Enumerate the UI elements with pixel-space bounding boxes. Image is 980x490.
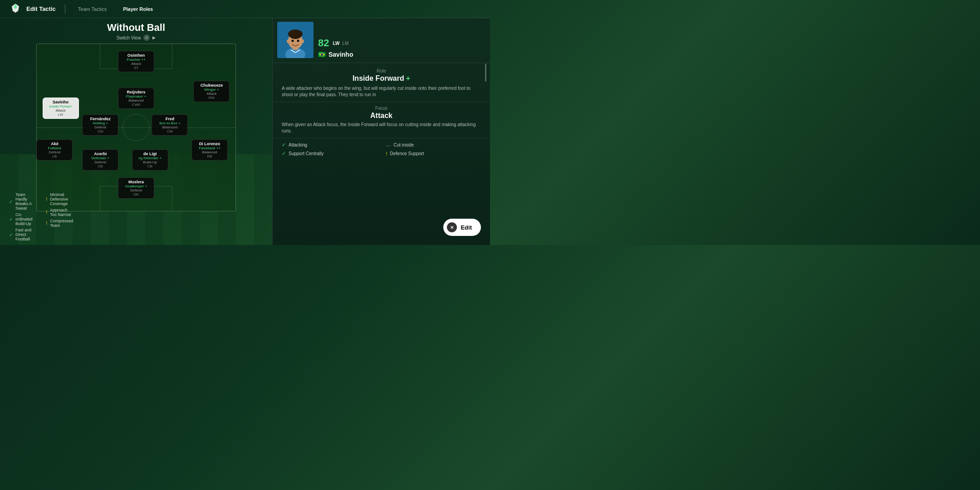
scroll-indicator: [485, 64, 486, 82]
player-pos: CB: [136, 164, 164, 168]
player-role: Inside Forwa+: [47, 104, 75, 108]
pitch-center-circle: [122, 114, 150, 141]
warn-text-2: Approach Too Narrow: [50, 208, 73, 217]
player-focus: Defend: [40, 150, 69, 154]
focus-label: Focus: [282, 106, 481, 111]
attr-support-text: Support Centrally: [289, 151, 323, 156]
player-info: 82 LW LM 🇧🇷 Savinho: [318, 37, 481, 58]
attributes-section: ✓ Attacking — Cut inside ✓ Support Centr…: [273, 138, 490, 160]
edit-button[interactable]: ✕ Edit: [443, 219, 481, 236]
player-pos: RB: [196, 154, 224, 158]
player-role: Falseback ++: [196, 146, 224, 150]
player-card-chukwueze[interactable]: Chukwueze Winger + Attack RW: [193, 81, 230, 102]
player-card-fernandez[interactable]: Fernández Holding + Defend CM: [82, 114, 118, 136]
switch-view-label: Switch View: [117, 35, 141, 40]
player-focus: Defend: [122, 188, 150, 192]
warn-icon-2: !: [46, 210, 48, 215]
player-name-row: 🇧🇷 Savinho: [318, 51, 481, 58]
player-header: 82 LW LM 🇧🇷 Savinho: [273, 18, 490, 63]
svg-point-8: [287, 39, 289, 43]
warn-item-2: ! Approach Too Narrow: [46, 208, 74, 217]
player-name: Fernández: [86, 117, 114, 121]
edit-button-label: Edit: [461, 224, 472, 231]
player-pos: CB: [86, 164, 114, 168]
switch-view-arrow: ▶: [152, 35, 156, 40]
player-focus: Defend: [86, 125, 114, 129]
avatar-image: [277, 22, 314, 58]
player-focus: Balanced: [156, 125, 184, 129]
player-full-name: Savinho: [328, 51, 353, 58]
svg-point-7: [297, 40, 299, 42]
attr-dash-icon: —: [386, 142, 391, 148]
role-name: Inside Forward +: [282, 74, 481, 83]
player-name: Acerbi: [86, 152, 114, 156]
focus-section: Focus Attack When given an Attack focus,…: [273, 102, 490, 138]
player-name: Savinho: [47, 100, 75, 104]
info-text-1: Team Hardly Breaks A Sweat: [15, 192, 33, 211]
player-name: Reijnders: [122, 90, 150, 94]
player-pos: LW: [47, 113, 75, 117]
attr-attacking-text: Attacking: [289, 142, 307, 147]
attr-cut-inside: — Cut inside: [386, 142, 481, 148]
view-title: Without Ball: [107, 22, 165, 34]
player-card-de-ligt[interactable]: de Ligt ng Defender + Build-Up CB: [132, 149, 168, 171]
focus-name: Attack: [282, 112, 481, 120]
player-card-ake[interactable]: Aké Fullback Defend LB: [36, 139, 73, 161]
player-pos: ST: [122, 66, 150, 70]
nav-team-tactics[interactable]: Team Tactics: [74, 5, 110, 14]
player-card-di-lorenzo[interactable]: Di Lorenzo Falseback ++ Balanced RB: [191, 139, 228, 161]
player-avatar: [277, 22, 314, 58]
player-pos: RW: [197, 96, 225, 100]
player-pos: CM: [86, 129, 114, 133]
role-section: Role Inside Forward + A wide attacker wh…: [273, 63, 490, 102]
info-text-3: Fast and Direct Football: [15, 228, 33, 241]
svg-point-5: [289, 32, 301, 39]
player-focus: Attack: [122, 62, 150, 66]
player-card-fred[interactable]: Fred Box-to-Box + Balanced CM: [152, 114, 188, 136]
player-name: Chukwueze: [197, 83, 225, 88]
role-name-text: Inside Forward: [353, 74, 404, 83]
warn-item-1: ! Minimal Defensive Coverage: [46, 192, 74, 206]
player-name: Aké: [40, 142, 69, 146]
pos-badge-lm[interactable]: LM: [342, 41, 348, 46]
player-flag: 🇧🇷: [318, 51, 326, 58]
player-role: Holding +: [86, 121, 114, 125]
field-area: Without Ball Switch View R ▶ Savinho Ins…: [0, 18, 272, 245]
header-nav: Team Tactics Player Roles: [74, 5, 157, 14]
focus-description: When given an Attack focus, the Inside F…: [282, 122, 481, 134]
role-label: Role: [282, 69, 481, 74]
player-focus: Balanced: [122, 98, 150, 103]
svg-point-9: [301, 39, 304, 43]
info-item-2: ✓ Co-ordinated Build-Up: [9, 212, 33, 226]
right-panel: 82 LW LM 🇧🇷 Savinho Role Inside Forward …: [272, 18, 490, 245]
warn-icon-1: !: [46, 197, 48, 202]
player-card-muslera[interactable]: Muslera Goalkeeper + Defend GK: [118, 177, 154, 199]
switch-view-button[interactable]: Switch View R ▶: [117, 34, 156, 41]
player-pos: CAM: [122, 103, 150, 107]
player-role: Fullback: [40, 146, 69, 150]
player-name: de Ligt: [136, 152, 164, 156]
check-icon-2: ✓: [9, 217, 13, 222]
player-pos: LB: [40, 154, 69, 158]
player-card-osimhen[interactable]: Osimhen Poacher ++ Attack ST: [118, 51, 154, 72]
info-warnings-col: ! Minimal Defensive Coverage ! Approach …: [46, 192, 74, 241]
header-divider: [65, 5, 65, 14]
player-card-acerbi[interactable]: Acerbi Defender + Defend CB: [82, 149, 118, 171]
player-name: Muslera: [122, 180, 150, 184]
warn-text-3: Compressed Team: [50, 219, 73, 228]
pos-badge-lw[interactable]: LW: [333, 41, 339, 46]
nav-player-roles[interactable]: Player Roles: [119, 5, 157, 14]
warn-item-3: ! Compressed Team: [46, 219, 74, 228]
football-pitch: Savinho Inside Forwa+ Attack LW Osimhen …: [36, 44, 236, 211]
player-name: Osimhen: [122, 53, 150, 58]
player-role: Playmaker +: [122, 94, 150, 98]
switch-view-key: R: [143, 34, 150, 41]
header: Edit Tactic Team Tactics Player Roles: [0, 0, 490, 18]
player-card-savinho[interactable]: Savinho Inside Forwa+ Attack LW: [43, 98, 79, 119]
player-focus: Defend: [86, 160, 114, 164]
attr-warn-icon: !: [386, 151, 387, 157]
warn-text-1: Minimal Defensive Coverage: [50, 192, 73, 206]
player-name: Di Lorenzo: [196, 142, 224, 146]
player-card-reijnders[interactable]: Reijnders Playmaker + Balanced CAM: [118, 88, 154, 109]
player-focus: Attack: [47, 108, 75, 113]
